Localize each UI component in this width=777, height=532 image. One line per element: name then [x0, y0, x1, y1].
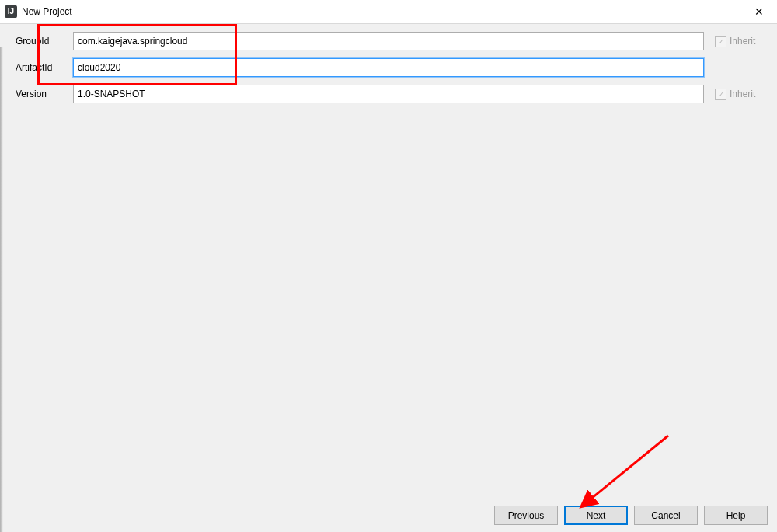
window-title: New Project — [22, 6, 72, 17]
app-icon: IJ — [5, 5, 17, 18]
groupid-inherit: ✓ Inherit — [715, 36, 769, 47]
version-inherit-checkbox: ✓ — [715, 89, 726, 100]
version-label: Version — [16, 89, 73, 99]
version-inherit-label: Inherit — [730, 89, 755, 99]
cancel-button[interactable]: Cancel — [634, 506, 698, 525]
groupid-input[interactable] — [73, 32, 704, 50]
groupid-inherit-checkbox: ✓ — [715, 36, 726, 47]
title-bar: IJ New Project ✕ — [0, 0, 777, 24]
artifactid-input[interactable] — [73, 58, 704, 77]
left-shadow — [0, 47, 3, 532]
form-area: GroupId ✓ Inherit ArtifactId Version ✓ I… — [16, 32, 769, 111]
previous-button-text: revious — [514, 510, 545, 521]
dialog-body: GroupId ✓ Inherit ArtifactId Version ✓ I… — [0, 24, 777, 532]
version-input[interactable] — [73, 85, 704, 103]
row-artifactid: ArtifactId — [16, 58, 769, 77]
groupid-label: GroupId — [16, 36, 73, 47]
artifactid-label: ArtifactId — [16, 62, 73, 73]
row-version: Version ✓ Inherit — [16, 85, 769, 103]
svg-line-1 — [583, 436, 668, 506]
help-button[interactable]: Help — [704, 506, 768, 525]
groupid-inherit-label: Inherit — [730, 36, 755, 47]
previous-button[interactable]: Previous — [494, 506, 558, 525]
next-button-text: ext — [593, 510, 605, 521]
row-groupid: GroupId ✓ Inherit — [16, 32, 769, 50]
version-inherit: ✓ Inherit — [715, 89, 769, 100]
next-button[interactable]: Next — [564, 506, 628, 525]
close-button[interactable]: ✕ — [741, 0, 777, 23]
button-bar: Previous Next Cancel Help — [488, 506, 768, 525]
